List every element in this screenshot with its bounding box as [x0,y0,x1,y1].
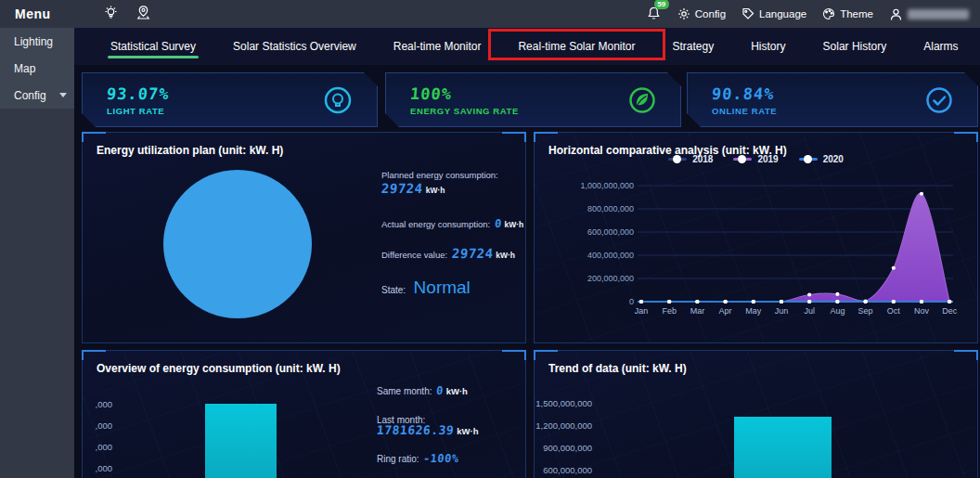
actual-energy-value: 0 [494,217,502,230]
language-label: Language [759,8,806,19]
tab-label: Statistical Survey [110,40,196,53]
leaf-icon [626,84,658,116]
tab-label: History [751,40,785,53]
tab-label: Strategy [673,40,715,53]
area-chart: 1,000,000,000800,000,000600,000,000400,0… [548,175,965,317]
svg-text:Feb: Feb [662,306,677,316]
svg-text:Jan: Jan [635,306,649,316]
svg-text:Jun: Jun [775,306,789,316]
legend-item-2018[interactable]: 2018 [668,154,713,164]
svg-text:Jul: Jul [804,306,815,316]
tab-history[interactable]: History [732,28,804,65]
legend-marker [733,158,752,161]
state-value: Normal [414,278,471,297]
actual-energy-stat: Actual energy consumption: 0kW·h [381,214,523,231]
panel-title: Energy utilization plan (unit: kW. H) [83,133,525,157]
sidebar: Lighting Map Config [0,28,74,478]
same-month-value: 0 [435,384,444,397]
legend-label: 2019 [757,154,778,164]
panel-energy-utilization-plan: Energy utilization plan (unit: kW. H) Pl… [82,132,526,343]
ring-ratio-stat: Ring ratio: -100% [377,449,459,466]
svg-text:Apr: Apr [719,306,732,316]
top-bar: Menu 59 [0,0,980,28]
solar-dashboard-screen: Menu 59 [0,0,980,478]
sidebar-item-map[interactable]: Map [0,55,74,82]
same-month-stat: Same month: 0kW·h [377,381,468,398]
panel-title: Overview of energy consumption (unit: kW… [83,351,525,375]
trend-bar [734,417,832,478]
state-stat: State: Normal [381,278,471,298]
tab-alarms[interactable]: Alarms [905,28,976,65]
stat-label: Same month: [377,386,432,396]
check-circle-icon [923,84,955,116]
bulb-icon[interactable] [103,5,119,24]
username-redacted [908,9,969,19]
overview-bar [205,404,277,478]
chevron-down-icon [59,93,67,97]
legend-item-2020[interactable]: 2020 [799,154,844,164]
panel-horizontal-comparative-analysis: Horizontal comparative analysis (unit: k… [534,132,978,343]
svg-text:Nov: Nov [914,306,930,316]
svg-text:Dec: Dec [942,306,958,316]
y-axis-tick: ,000 [88,420,112,431]
svg-text:200,000,000: 200,000,000 [587,274,634,283]
sidebar-item-config[interactable]: Config [0,82,74,109]
panel-title: Trend of data (unit: kW. H) [535,351,977,375]
planned-energy-value: 29724 [380,181,423,196]
stat-label: Planned energy consumption: [381,170,498,180]
theme-button[interactable]: Theme [822,7,873,20]
sidebar-item-label: Lighting [14,35,53,48]
kpi-label: LIGHT RATE [107,106,169,116]
unit-label: kW·h [426,186,445,195]
sidebar-item-lighting[interactable]: Lighting [0,28,74,55]
tab-real-time-solar-monitor[interactable]: Real-time Solar Monitor [499,28,653,65]
last-month-stat-value: 1781626.39kW·h [377,421,479,438]
stat-label: Actual energy consumption: [381,219,490,229]
tab-real-time-monitor[interactable]: Real-time Monitor [375,28,500,65]
theme-label: Theme [840,8,873,19]
kpi-label: ONLINE RATE [712,106,777,116]
notifications-button[interactable]: 59 [647,6,662,21]
user-account[interactable] [889,7,969,21]
chart-legend: 2018 2019 2020 [535,154,977,164]
tab-label: Real-time Solar Monitor [518,40,635,53]
y-axis-tick: ,000 [88,463,112,473]
y-axis-tick: 1,200,000,000 [535,420,592,431]
kpi-card-energy-saving-rate: 100% ENERGY SAVING RATE [385,72,681,127]
kpi-label: ENERGY SAVING RATE [410,106,519,116]
tab-solar-history[interactable]: Solar History [805,28,906,65]
svg-text:0: 0 [629,297,634,306]
palette-icon [822,7,835,20]
legend-item-2019[interactable]: 2019 [733,154,778,164]
svg-text:600,000,000: 600,000,000 [587,227,634,237]
tab-statistical-survey[interactable]: Statistical Survey [92,28,214,65]
tag-icon [741,7,754,20]
difference-value: 29724 [451,246,494,261]
y-axis-tick: 1,500,000,000 [535,398,592,408]
svg-text:Sep: Sep [858,306,873,316]
tab-label: Real-time Monitor [393,40,482,53]
last-month-value: 1781626.39 [376,423,455,437]
difference-value-stat: Difference value: 29724kW·h [381,245,515,262]
bulb-ring-icon [321,84,355,117]
panel-trend-of-data: Trend of data (unit: kW. H) 1,500,000,00… [534,350,978,478]
config-label: Config [695,8,726,19]
kpi-card-online-rate: 90.84% ONLINE RATE [687,72,978,127]
legend-label: 2020 [823,154,844,164]
person-icon [889,7,903,21]
tab-label: Solar Statistics Overview [233,40,356,53]
unit-label: kW·h [496,251,515,260]
svg-text:Aug: Aug [830,306,845,316]
sidebar-item-label: Config [14,89,46,102]
pie-chart [163,170,312,318]
svg-text:Mar: Mar [690,306,705,316]
map-pin-icon[interactable] [135,5,151,24]
language-button[interactable]: Language [741,7,806,20]
sidebar-item-label: Map [14,62,35,75]
kpi-value: 100% [409,84,453,103]
tab-solar-statistics-overview[interactable]: Solar Statistics Overview [214,28,375,65]
tab-strategy[interactable]: Strategy [654,28,733,65]
config-button[interactable]: Config [677,7,726,20]
kpi-value: 93.07% [106,84,170,103]
planned-energy-stat: Planned energy consumption: 29724kW·h [381,170,498,197]
